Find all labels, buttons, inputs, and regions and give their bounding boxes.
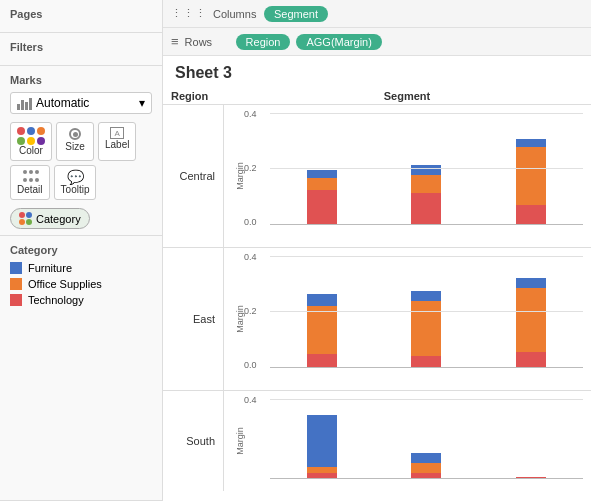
central-bar-2	[411, 165, 441, 225]
east-bar3-furniture	[516, 278, 546, 288]
south-bar-3	[516, 477, 546, 479]
central-bars	[270, 109, 583, 243]
column-headers: Region Segment	[171, 90, 583, 102]
columns-shelf-label: Columns	[213, 8, 258, 20]
chart-area: Sheet 3 Region Segment Central Margin	[163, 56, 591, 501]
marks-label: Marks	[10, 74, 152, 86]
east-bar2-furniture	[411, 291, 441, 301]
category-pill-row: Category	[10, 208, 152, 229]
size-icon	[69, 127, 81, 141]
technology-swatch	[10, 294, 22, 306]
marks-type-label: Automatic	[36, 96, 89, 110]
south-bar2-tech	[411, 473, 441, 479]
south-bar-2	[411, 453, 441, 479]
south-y-ticks: 0.4	[244, 395, 257, 483]
size-button-label: Size	[65, 141, 84, 152]
office-supplies-label: Office Supplies	[28, 278, 102, 290]
central-bar-1	[307, 170, 337, 225]
main-area: ⋮⋮⋮ Columns Segment ≡ Rows Region AGG(Ma…	[163, 0, 591, 501]
east-bar1-office	[307, 306, 337, 354]
central-label: Central	[163, 105, 223, 247]
east-chart: Margin 0.4 0.2 0.0	[223, 248, 591, 390]
south-bar2-furniture	[411, 453, 441, 463]
region-pill[interactable]: Region	[236, 34, 291, 50]
legend-item-technology: Technology	[10, 294, 152, 306]
rows-shelf-label: Rows	[185, 36, 230, 48]
central-bar1-office	[307, 178, 337, 190]
tooltip-icon: 💬	[67, 170, 84, 184]
chart-body: Region Segment Central Margin 0.4 0.2	[163, 90, 591, 491]
marks-dropdown-content: Automatic	[17, 96, 89, 110]
south-chart: Margin 0.4	[223, 391, 591, 491]
east-region-row: East Margin 0.4 0.2 0.0	[163, 247, 591, 390]
central-bar1-tech	[307, 190, 337, 225]
south-bar1-tech	[307, 473, 337, 479]
detail-marks-button[interactable]: Detail	[10, 165, 50, 200]
category-pill[interactable]: Category	[10, 208, 90, 229]
category-legend-label: Category	[10, 244, 152, 256]
filters-section: Filters	[0, 33, 162, 66]
south-bar2-office	[411, 463, 441, 473]
columns-shelf-icon: ⋮⋮⋮	[171, 7, 207, 20]
east-bar1-tech	[307, 354, 337, 368]
central-bar2-tech	[411, 193, 441, 225]
east-label: East	[163, 248, 223, 390]
tooltip-button-label: Tooltip	[61, 184, 90, 195]
left-panel: Pages Filters Marks Automatic ▾	[0, 0, 163, 501]
east-bars	[270, 252, 583, 386]
central-bar-3	[516, 139, 546, 225]
furniture-label: Furniture	[28, 262, 72, 274]
central-region-row: Central Margin 0.4 0.2 0.0	[163, 104, 591, 247]
region-header: Region	[171, 90, 231, 102]
color-marks-button[interactable]: Color	[10, 122, 52, 161]
category-legend-section: Category Furniture Office Supplies Techn…	[0, 236, 162, 501]
south-bar-1	[307, 415, 337, 479]
tooltip-marks-button[interactable]: 💬 Tooltip	[54, 165, 97, 200]
label-marks-button[interactable]: A Label	[98, 122, 136, 161]
dropdown-arrow-icon: ▾	[139, 96, 145, 110]
automatic-icon	[17, 96, 32, 110]
east-bar-1	[307, 294, 337, 368]
central-bar3-furniture	[516, 139, 546, 147]
furniture-swatch	[10, 262, 22, 274]
central-chart: Margin 0.4 0.2 0.0	[223, 105, 591, 247]
central-bar3-tech	[516, 205, 546, 225]
central-y-ticks: 0.4 0.2 0.0	[244, 109, 257, 227]
category-legend: Furniture Office Supplies Technology	[10, 262, 152, 306]
central-bar2-office	[411, 175, 441, 193]
chart-title: Sheet 3	[163, 64, 591, 90]
east-bar3-tech	[516, 352, 546, 368]
office-supplies-swatch	[10, 278, 22, 290]
detail-button-label: Detail	[17, 184, 43, 195]
legend-item-office-supplies: Office Supplies	[10, 278, 152, 290]
rows-shelf-icon: ≡	[171, 34, 179, 49]
central-bar1-furniture	[307, 170, 337, 178]
pages-label: Pages	[10, 8, 152, 20]
east-bar3-office	[516, 288, 546, 352]
marks-type-dropdown[interactable]: Automatic ▾	[10, 92, 152, 114]
segment-pill[interactable]: Segment	[264, 6, 328, 22]
color-button-label: Color	[19, 145, 43, 156]
east-bar2-office	[411, 301, 441, 356]
south-bars	[270, 395, 583, 487]
label-icon: A	[110, 127, 124, 139]
technology-label: Technology	[28, 294, 84, 306]
south-label: South	[163, 391, 223, 491]
color-icon	[17, 127, 45, 145]
east-bar-2	[411, 291, 441, 368]
regions-container: Central Margin 0.4 0.2 0.0	[163, 104, 591, 491]
central-bar2-furniture	[411, 165, 441, 175]
marks-section: Marks Automatic ▾	[0, 66, 162, 236]
columns-shelf: ⋮⋮⋮ Columns Segment	[163, 0, 591, 28]
pages-section: Pages	[0, 0, 162, 33]
legend-item-furniture: Furniture	[10, 262, 152, 274]
category-pill-label: Category	[36, 213, 81, 225]
size-marks-button[interactable]: Size	[56, 122, 94, 161]
south-bar1-furniture	[307, 415, 337, 467]
east-bar1-furniture	[307, 294, 337, 306]
east-bar2-tech	[411, 356, 441, 368]
east-bar-3	[516, 278, 546, 368]
south-region-row: South Margin 0.4	[163, 390, 591, 491]
south-bar3-tech	[516, 477, 546, 479]
agg-margin-pill[interactable]: AGG(Margin)	[296, 34, 381, 50]
